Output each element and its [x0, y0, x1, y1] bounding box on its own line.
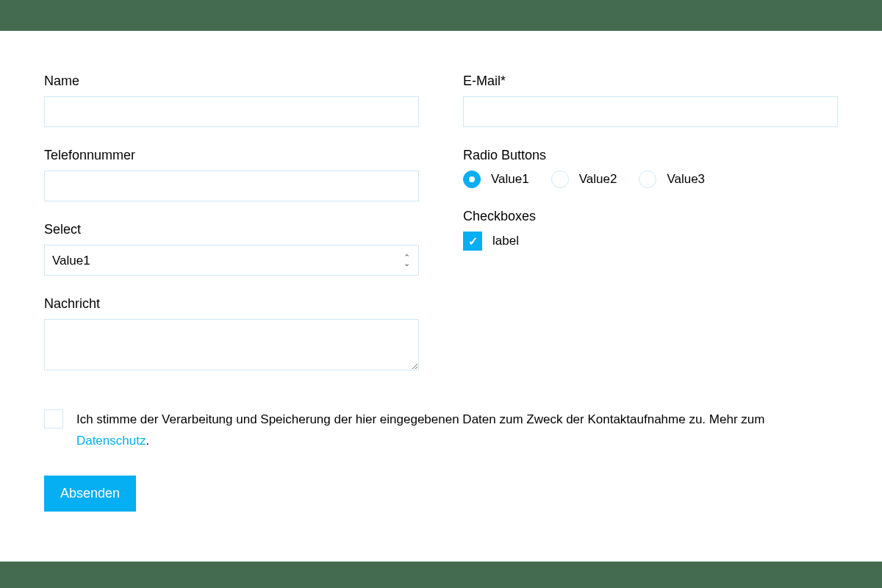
consent-text: Ich stimme der Verarbeitung und Speicher… [76, 409, 838, 452]
checkbox-option-label: label [492, 234, 519, 248]
radio-option-2[interactable]: Value2 [551, 171, 617, 188]
checkbox-group-field: Checkboxes ✓ label [463, 209, 838, 251]
radio-option-3[interactable]: Value3 [639, 171, 705, 188]
checkbox-group-label: Checkboxes [463, 209, 838, 224]
submit-button[interactable]: Absenden [44, 476, 136, 512]
name-input[interactable] [44, 96, 419, 127]
select-input[interactable]: Value1 [44, 245, 419, 276]
select-label: Select [44, 222, 419, 237]
email-field: E-Mail* [463, 74, 838, 127]
phone-label: Telefonnummer [44, 148, 419, 163]
select-field: Select Value1 ⌃ ⌄ [44, 222, 419, 276]
message-field: Nachricht [44, 296, 419, 374]
message-label: Nachricht [44, 296, 419, 312]
checkbox-icon: ✓ [463, 232, 482, 251]
phone-field: Telefonnummer [44, 148, 419, 201]
radio-icon [551, 171, 569, 188]
consent-text-before: Ich stimme der Verarbeitung und Speicher… [76, 412, 764, 426]
consent-text-after: . [146, 434, 149, 448]
email-label: E-Mail* [463, 74, 838, 89]
name-field: Name [44, 74, 419, 127]
contact-form: Name Telefonnummer Select Value1 ⌃ ⌄ [44, 74, 838, 512]
radio-icon [639, 171, 656, 188]
privacy-link[interactable]: Datenschutz [76, 434, 146, 448]
radio-option-label: Value1 [491, 172, 529, 187]
consent-checkbox[interactable] [44, 409, 63, 429]
name-label: Name [44, 74, 419, 89]
form-right-column: E-Mail* Radio Buttons Value1 Value2 [463, 74, 838, 395]
checkbox-option[interactable]: ✓ label [463, 232, 838, 251]
message-textarea[interactable] [44, 319, 419, 370]
radio-group-label: Radio Buttons [463, 148, 838, 163]
radio-option-label: Value3 [667, 172, 705, 187]
phone-input[interactable] [44, 171, 419, 201]
decorative-top-bar [0, 0, 882, 31]
decorative-bottom-bar [0, 562, 882, 588]
consent-row: Ich stimme der Verarbeitung und Speicher… [44, 409, 838, 452]
radio-group-field: Radio Buttons Value1 Value2 Value3 [463, 148, 838, 188]
check-mark-icon: ✓ [468, 234, 478, 248]
radio-option-label: Value2 [579, 172, 617, 187]
radio-option-1[interactable]: Value1 [463, 171, 529, 188]
radio-icon [463, 171, 481, 188]
form-left-column: Name Telefonnummer Select Value1 ⌃ ⌄ [44, 74, 419, 395]
email-input[interactable] [463, 96, 838, 127]
